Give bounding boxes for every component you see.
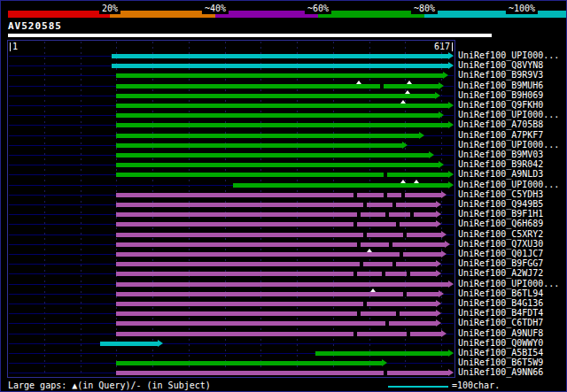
subject-gap-mark [403,291,407,297]
hit-arrowhead [448,102,454,109]
hit-label: UniRef100_Q01JC7 [458,249,543,258]
hit-bar [116,84,440,88]
hit-bar [116,233,442,237]
hit-arrowhead [402,142,408,149]
query-gap-marker [400,100,406,104]
hit-bar [116,242,446,247]
hit-arrowhead [445,241,450,248]
hit-bar [116,193,442,197]
hit-label: UniRef100_B9F1H1 [458,209,543,219]
subject-gap-mark [357,211,361,218]
hit-arrowhead [436,260,441,267]
query-extent-line [9,343,454,344]
hit-bar [116,134,420,138]
hit-bar [116,163,440,167]
hit-bar [116,222,438,227]
hit-label: UniRef100_A5BI54 [458,348,543,357]
identity-scale-segment [424,11,566,18]
hit-arrowhead [158,340,163,347]
hit-label: UniRef100_A9NN66 [458,367,543,377]
hit-arrowhead [441,250,447,257]
hit-arrowhead [382,359,387,366]
hit-arrowhead [448,171,454,178]
subject-gap-mark [357,242,361,248]
identity-scale-segment [110,11,215,18]
hit-bar [116,113,440,118]
subject-gap-mark [403,232,407,238]
hit-arrowhead [448,350,454,357]
identity-scale-label: 20% [99,3,120,14]
hit-label: UniRef100_A2WJ72 [458,268,543,278]
hit-arrowhead [448,281,454,288]
subject-gap-mark [385,211,389,218]
hit-label: UniRef100_C6TDH7 [458,318,543,327]
hit-bar [116,321,438,326]
subject-gap-mark [353,221,357,227]
identity-scale-label: ~40% [202,3,229,14]
hit-bar [116,272,438,276]
hit-arrowhead [429,151,434,158]
hit-label: UniRef100_B6T5W9 [458,357,543,367]
query-gap-marker [405,90,410,94]
query-name: AV520585 [8,20,62,32]
subject-gap-mark [357,311,361,317]
ruler-end-label: 617 [434,42,453,51]
hit-bar [116,104,449,108]
hit-arrowhead [448,52,454,59]
hit-label: UniRef100_Q8VYN8 [458,60,543,70]
grid-line [81,42,82,376]
hit-arrowhead [441,330,447,337]
hit-label: UniRef100_C5YDH3 [458,189,543,199]
hit-bar [116,262,438,266]
subject-gap-mark [353,192,357,198]
hit-bar [116,73,445,78]
hit-arrowhead [441,231,447,238]
hit-label: UniRef100_A705B8 [458,119,543,129]
identity-scale-label: ~60% [305,3,331,14]
query-gap-marker [407,81,412,84]
hit-label: UniRef100_Q6H689 [458,219,543,228]
query-gap-marker [400,180,406,183]
hit-label: UniRef100_A9NLD3 [458,169,543,179]
subject-gap-mark [353,271,357,277]
hit-arrowhead [448,62,454,69]
hit-bar [315,351,450,356]
hit-label: UniRef100_A9NUF8 [458,328,543,338]
identity-scale-label: ~100% [506,3,538,14]
identity-scale-segment [215,11,318,18]
hit-label: UniRef100_UPI000... [458,180,559,189]
hit-arrowhead [448,181,454,188]
query-gap-marker [414,180,419,183]
hit-arrowhead [435,92,440,99]
subject-gap-mark [363,202,367,208]
hit-bar [116,94,436,98]
query-gap-marker [367,249,372,252]
subject-gap-mark [385,320,389,327]
subject-gap-mark [407,331,410,337]
query-gap-marker [370,288,376,292]
hit-label: UniRef100_Q0WWY0 [458,338,543,348]
hit-label: UniRef100_UPI000... [458,50,559,60]
hit-label: UniRef100_UPI000... [458,140,559,150]
hit-label: UniRef100_B9R9V3 [458,70,543,80]
hit-arrowhead [436,319,441,327]
subject-gap-mark [382,271,385,277]
hit-label: UniRef100_Q7XU30 [458,239,543,249]
hit-bar [116,123,449,127]
scale-length-label: =100char. [452,380,500,391]
hit-label: UniRef100_B9MUH6 [458,81,543,90]
hit-label: UniRef100_A7PKF7 [458,130,543,140]
query-gap-marker [356,81,361,84]
grid-line [44,42,45,376]
hit-bar [112,54,449,58]
hit-label: UniRef100_B9FGG7 [458,258,543,268]
hit-label: UniRef100_B9MV03 [458,150,543,159]
hit-arrowhead [436,270,441,277]
grid-line [441,42,442,376]
query-sequence-bar [8,34,492,37]
subject-gap-mark [401,192,405,198]
hit-bar [116,311,438,316]
hit-bar [116,371,449,375]
subject-gap-mark [396,311,400,317]
hit-bar [116,153,430,158]
